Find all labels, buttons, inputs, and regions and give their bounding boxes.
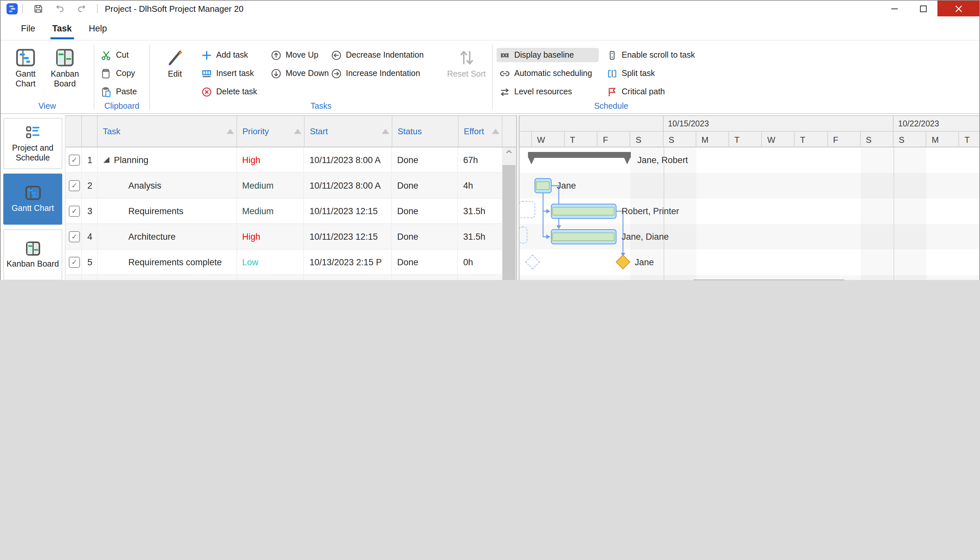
- task-name-cell[interactable]: Planning: [98, 147, 237, 172]
- row-checkbox[interactable]: ✓: [69, 154, 80, 165]
- status-cell[interactable]: Done: [392, 224, 458, 249]
- button-label: Reset Sort: [447, 70, 486, 79]
- task-bar[interactable]: [551, 204, 617, 219]
- day-header-cell: S: [893, 132, 926, 147]
- column-header-effort[interactable]: Effort: [458, 116, 502, 147]
- task-name-cell[interactable]: Architecture: [98, 224, 237, 249]
- sidebar-item-project-and-schedule[interactable]: Project and Schedule: [3, 118, 62, 169]
- row-checkbox[interactable]: ✓: [69, 231, 80, 242]
- move-down-button[interactable]: Move Down: [270, 66, 331, 80]
- critical-path-button[interactable]: Critical path: [607, 85, 725, 99]
- close-button[interactable]: [937, 1, 979, 17]
- effort-cell[interactable]: 4h: [458, 173, 502, 198]
- table-row[interactable]: ✓4ArchitectureHigh10/11/2023 12:15Done31…: [65, 224, 502, 250]
- save-icon[interactable]: [33, 3, 43, 13]
- start-cell[interactable]: 10/11/2023 8:00 A: [304, 147, 392, 172]
- increase-indentation-button[interactable]: Increase Indentation: [331, 66, 436, 80]
- start-cell[interactable]: 10/11/2023 12:15: [304, 224, 392, 249]
- split-task-button[interactable]: Split task: [607, 66, 725, 80]
- level-resources-button[interactable]: Level resources: [499, 85, 599, 99]
- priority-cell[interactable]: Medium: [237, 275, 304, 280]
- table-row[interactable]: ✓5Requirements completeLow10/13/2023 2:1…: [65, 250, 502, 275]
- table-row[interactable]: ✓1PlanningHigh10/11/2023 8:00 ADone67h: [65, 147, 502, 173]
- move-up-button[interactable]: Move Up: [270, 48, 331, 62]
- insert-row-icon: [201, 68, 212, 79]
- edit-task-button[interactable]: Edit: [157, 45, 193, 79]
- row-number: 6: [82, 275, 98, 280]
- effort-cell[interactable]: 45.5h: [458, 275, 502, 280]
- enable-scroll-to-task-button[interactable]: Enable scroll to task: [607, 48, 725, 62]
- milestone-diamond[interactable]: [615, 255, 630, 269]
- copy-button[interactable]: Copy: [101, 66, 137, 80]
- paste-icon: [101, 86, 112, 97]
- row-checkbox[interactable]: ✓: [69, 180, 80, 191]
- day-header-cell: F: [828, 132, 860, 147]
- table-row[interactable]: ✓3RequirementsMedium10/11/2023 12:15Done…: [65, 198, 502, 224]
- task-bar[interactable]: [551, 229, 617, 244]
- status-cell[interactable]: Done: [392, 198, 458, 223]
- task-name-cell[interactable]: Requirements: [98, 198, 237, 223]
- tab-file[interactable]: File: [12, 17, 44, 40]
- decrease-indentation-button[interactable]: Decrease Indentation: [331, 48, 436, 62]
- column-header-start[interactable]: Start: [305, 116, 392, 147]
- priority-cell[interactable]: High: [237, 224, 304, 249]
- undo-icon[interactable]: [55, 3, 65, 13]
- grid-vertical-scrollbar[interactable]: [502, 147, 516, 280]
- delete-task-button[interactable]: Delete task: [201, 85, 270, 99]
- display-baseline-toggle[interactable]: Display baseline: [497, 48, 599, 62]
- task-name-cell[interactable]: Analysis: [98, 173, 237, 198]
- table-row[interactable]: ✓6CoreMedium10/16/2023 8:00 ADone45.5h: [65, 275, 502, 280]
- insert-task-button[interactable]: Insert task: [201, 66, 270, 80]
- priority-cell[interactable]: High: [237, 147, 304, 172]
- sidebar-item-gantt-chart[interactable]: Gantt Chart: [3, 173, 62, 225]
- effort-cell[interactable]: 31.5h: [458, 198, 502, 223]
- effort-cell[interactable]: 31.5h: [458, 224, 502, 249]
- summary-bar[interactable]: [694, 280, 845, 280]
- scroll-up-arrow[interactable]: [502, 149, 516, 155]
- priority-cell[interactable]: Medium: [237, 198, 304, 223]
- collapse-expander-icon[interactable]: [103, 157, 109, 163]
- redo-icon[interactable]: [77, 3, 87, 13]
- summary-bar[interactable]: [528, 152, 631, 158]
- status-cell[interactable]: Done: [392, 275, 458, 280]
- add-task-button[interactable]: Add task: [201, 48, 270, 62]
- reset-sort-button[interactable]: Reset Sort: [445, 45, 488, 79]
- start-cell[interactable]: 10/11/2023 8:00 A: [304, 173, 392, 198]
- task-name-cell[interactable]: Core: [98, 275, 237, 280]
- header-checkbox-column[interactable]: [65, 116, 82, 147]
- column-header-priority[interactable]: Priority: [237, 116, 305, 147]
- column-header-task[interactable]: Task: [98, 116, 237, 147]
- gantt-chart-view-button[interactable]: Gantt Chart: [7, 45, 44, 89]
- column-header-status[interactable]: Status: [392, 116, 458, 147]
- effort-cell[interactable]: 0h: [458, 250, 502, 275]
- minimize-button[interactable]: [880, 1, 908, 17]
- scrollbar-thumb[interactable]: [502, 165, 515, 280]
- sidebar-item-kanban-board[interactable]: Kanban Board: [3, 229, 62, 280]
- task-name: Requirements complete: [128, 257, 222, 267]
- task-bar[interactable]: [535, 178, 552, 193]
- tab-task[interactable]: Task: [44, 17, 80, 40]
- grid-chart-splitter[interactable]: [516, 115, 520, 280]
- maximize-button[interactable]: [908, 1, 937, 17]
- header-number-column[interactable]: [82, 116, 98, 147]
- paste-button[interactable]: Paste: [101, 85, 137, 99]
- kanban-board-view-button[interactable]: Kanban Board: [47, 45, 83, 89]
- priority-cell[interactable]: Medium: [237, 173, 304, 198]
- automatic-scheduling-button[interactable]: Automatic scheduling: [499, 66, 599, 80]
- start-cell[interactable]: 10/13/2023 2:15 P: [304, 250, 392, 275]
- row-checkbox[interactable]: ✓: [69, 205, 80, 217]
- application-window: Project - DlhSoft Project Manager 20 Fil…: [0, 0, 980, 280]
- task-name-cell[interactable]: Requirements complete: [98, 250, 237, 275]
- start-cell[interactable]: 10/16/2023 8:00 A: [304, 275, 392, 280]
- effort-cell[interactable]: 67h: [458, 147, 502, 172]
- priority-cell[interactable]: Low: [237, 250, 304, 275]
- status-cell[interactable]: Done: [392, 147, 458, 172]
- status-cell[interactable]: Done: [392, 250, 458, 275]
- table-row[interactable]: ✓2AnalysisMedium10/11/2023 8:00 ADone4h: [65, 173, 502, 198]
- status-cell[interactable]: Done: [392, 173, 458, 198]
- column-header-label: Status: [398, 127, 422, 136]
- cut-button[interactable]: Cut: [101, 48, 137, 62]
- tab-help[interactable]: Help: [80, 17, 116, 40]
- start-cell[interactable]: 10/11/2023 12:15: [304, 198, 392, 223]
- row-checkbox[interactable]: ✓: [69, 257, 80, 268]
